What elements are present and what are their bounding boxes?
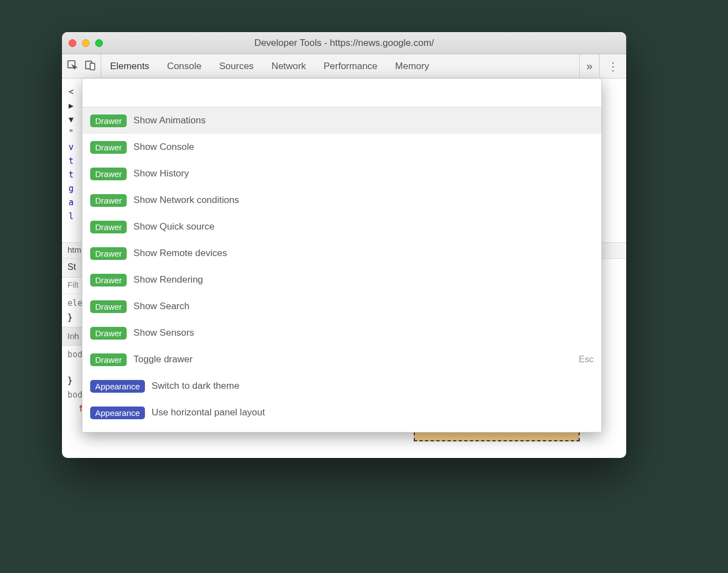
- css-selector: bod: [67, 350, 82, 360]
- css-selector: bod: [67, 390, 82, 400]
- devtools-toolbar: ElementsConsoleSourcesNetworkPerformance…: [62, 54, 626, 79]
- command-item[interactable]: DrawerShow Quick source: [82, 213, 601, 240]
- drawer-badge: Drawer: [90, 141, 127, 154]
- tab-elements[interactable]: Elements: [101, 54, 158, 78]
- command-item[interactable]: DrawerShow Search: [82, 293, 601, 320]
- drawer-badge: Drawer: [90, 353, 127, 366]
- drawer-badge: Drawer: [90, 221, 127, 233]
- drawer-badge: Drawer: [90, 194, 127, 207]
- tabs-overflow-button[interactable]: »: [579, 54, 599, 78]
- minimize-window-button[interactable]: [82, 39, 90, 47]
- command-label: Show Search: [133, 301, 587, 312]
- appearance-badge: Appearance: [90, 407, 145, 419]
- command-input[interactable]: [90, 87, 594, 98]
- drawer-badge: Drawer: [90, 300, 127, 313]
- device-toolbar-icon[interactable]: [84, 59, 96, 74]
- svg-rect-2: [90, 63, 95, 70]
- titlebar: Developer Tools - https://news.google.co…: [62, 32, 626, 54]
- devtools-window: Developer Tools - https://news.google.co…: [62, 32, 626, 458]
- drawer-badge: Drawer: [90, 247, 127, 260]
- tab-network[interactable]: Network: [263, 54, 315, 78]
- command-label: Show History: [133, 168, 587, 179]
- window-title: Developer Tools - https://news.google.co…: [62, 38, 626, 49]
- command-label: Show Network conditions: [133, 195, 587, 206]
- close-window-button[interactable]: [69, 39, 76, 47]
- command-label: Use horizontal panel layout: [152, 407, 587, 418]
- tab-memory[interactable]: Memory: [386, 54, 438, 78]
- command-list: DrawerShow AnimationsDrawerShow ConsoleD…: [82, 107, 601, 432]
- tab-performance[interactable]: Performance: [315, 54, 386, 78]
- command-label: Show Sensors: [133, 327, 587, 338]
- tab-console[interactable]: Console: [158, 54, 210, 78]
- command-label: Show Quick source: [133, 221, 587, 232]
- command-label: Switch to dark theme: [152, 381, 587, 392]
- command-input-wrap: [82, 79, 601, 107]
- command-item[interactable]: DrawerShow History: [82, 160, 601, 187]
- drawer-badge: Drawer: [90, 168, 127, 180]
- command-menu: DrawerShow AnimationsDrawerShow ConsoleD…: [82, 79, 602, 433]
- command-item[interactable]: DrawerShow Remote devices: [82, 240, 601, 267]
- command-label: Show Animations: [133, 115, 587, 126]
- panel-tabs: ElementsConsoleSourcesNetworkPerformance…: [101, 54, 579, 78]
- command-label: Show Remote devices: [133, 248, 587, 259]
- command-label: Show Console: [133, 142, 587, 153]
- command-item[interactable]: AppearanceUse horizontal panel layout: [82, 399, 601, 426]
- drawer-badge: Drawer: [90, 274, 127, 286]
- tab-sources[interactable]: Sources: [210, 54, 262, 78]
- traffic-lights: [69, 39, 103, 47]
- settings-menu-button[interactable]: ⋮: [599, 54, 626, 78]
- css-selector: ele: [67, 298, 82, 308]
- command-item[interactable]: DrawerShow Console: [82, 134, 601, 160]
- maximize-window-button[interactable]: [95, 39, 103, 47]
- command-item[interactable]: DrawerToggle drawerEsc: [82, 346, 601, 373]
- drawer-badge: Drawer: [90, 327, 127, 340]
- drawer-badge: Drawer: [90, 114, 127, 127]
- appearance-badge: Appearance: [90, 380, 145, 393]
- command-item[interactable]: DrawerShow Rendering: [82, 267, 601, 293]
- command-shortcut: Esc: [579, 355, 594, 364]
- command-label: Toggle drawer: [133, 354, 572, 365]
- inspect-element-icon[interactable]: [66, 59, 79, 74]
- command-label: Show Rendering: [133, 274, 587, 285]
- command-item[interactable]: DrawerShow Sensors: [82, 320, 601, 346]
- command-item[interactable]: AppearanceSwitch to dark theme: [82, 373, 601, 399]
- toolbar-icons: [62, 54, 101, 78]
- command-item[interactable]: DrawerShow Animations: [82, 107, 601, 134]
- command-item[interactable]: DrawerShow Network conditions: [82, 187, 601, 213]
